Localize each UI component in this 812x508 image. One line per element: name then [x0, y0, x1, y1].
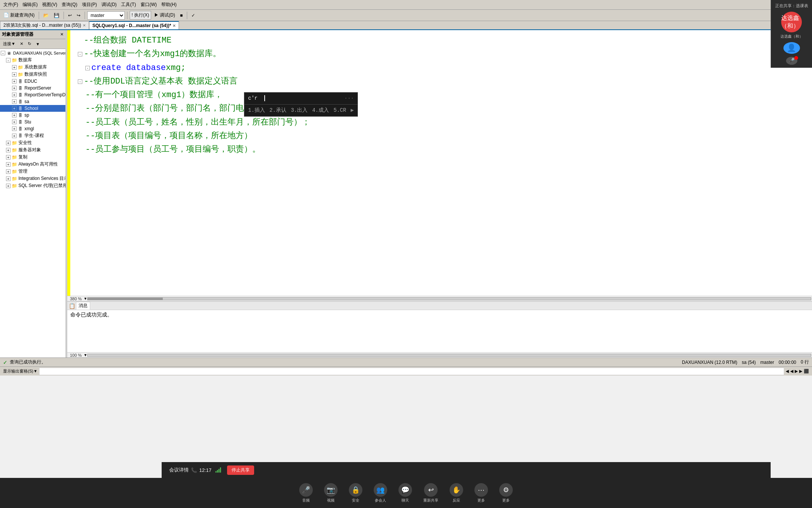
rp-avatar-container[interactable]: 达选鑫（和） 达选鑫（和）: [780, 12, 803, 39]
output-zoom-down[interactable]: ▼: [83, 353, 87, 357]
tree-reportservertempdb[interactable]: + 🗄 ReportServerTempDB: [0, 91, 65, 98]
autocomplete-popup[interactable]: c'r ··· 1.插入 2.承认 3.出入 4.成入 5.CR ▶: [244, 92, 358, 117]
debug-btn[interactable]: ▶ 调试(D): [152, 11, 177, 20]
tree-replication[interactable]: + 📁 复制: [0, 154, 65, 161]
expand-system-db[interactable]: +: [12, 65, 17, 70]
expand-sp[interactable]: +: [12, 113, 17, 117]
tree-reportserver[interactable]: + 🗄 ReportServer: [0, 85, 65, 91]
expand-replication[interactable]: +: [6, 155, 11, 160]
menu-window[interactable]: 窗口(W): [139, 0, 159, 9]
oe-disconnect[interactable]: ✕: [18, 40, 25, 48]
tree-sa[interactable]: + 🗄 sa: [0, 98, 65, 105]
expand-root[interactable]: -: [1, 51, 5, 55]
output-h-scrollbar[interactable]: 100 % ▼: [67, 352, 812, 357]
tab-2[interactable]: SQLQuery1.sql - D...master (sa (54))* ✕: [89, 21, 179, 29]
taskbar-reaction[interactable]: ✋ 反应: [450, 483, 463, 503]
collapse-btn-4[interactable]: -: [78, 79, 82, 84]
menu-project[interactable]: 项目(P): [80, 0, 99, 9]
taskbar-security[interactable]: 🔒 安全: [349, 483, 362, 503]
taskbar-video[interactable]: 📷 视频: [324, 483, 338, 503]
output-tab-messages[interactable]: 消息: [76, 302, 90, 310]
ac-item-2[interactable]: 2.承认: [270, 106, 286, 115]
output-nav5[interactable]: ⬛: [804, 369, 809, 374]
menu-debug[interactable]: 调试(D): [100, 0, 119, 9]
new-query-btn[interactable]: 📄 新建查询(N): [2, 11, 36, 20]
tree-school[interactable]: + 🗄 School: [0, 105, 65, 112]
collapse-btn-3[interactable]: -: [85, 66, 90, 70]
rp-mic[interactable]: 🎤: [786, 57, 797, 65]
output-scroll-track[interactable]: [87, 354, 811, 357]
output-nav1[interactable]: ◀: [786, 369, 789, 374]
ac-item-4[interactable]: 4.成入: [312, 106, 329, 115]
execute-btn[interactable]: ! 执行(X): [130, 11, 151, 20]
oe-connect[interactable]: 连接▼: [1, 40, 17, 48]
save-btn[interactable]: 💾: [52, 12, 61, 19]
tree-security[interactable]: + 📁 安全性: [0, 139, 65, 146]
expand-stu[interactable]: +: [12, 120, 17, 124]
database-dropdown[interactable]: master: [87, 11, 125, 20]
menu-edit[interactable]: 编辑(E): [21, 0, 39, 9]
editor-h-scrollbar[interactable]: 380 % ▼: [67, 296, 812, 301]
tab1-close[interactable]: ✕: [83, 23, 86, 27]
expand-school[interactable]: +: [12, 106, 17, 111]
taskbar-audio[interactable]: 🎤 音频: [299, 483, 313, 503]
menu-help[interactable]: 帮助(H): [159, 0, 179, 9]
expand-snapshots[interactable]: +: [12, 72, 17, 77]
output-nav3[interactable]: ▶: [795, 369, 798, 374]
tree-integration[interactable]: + 📁 Integration Services 目录: [0, 175, 65, 182]
tree-stu[interactable]: + 🗄 Stu: [0, 119, 65, 125]
undo-btn[interactable]: ↩: [66, 12, 74, 19]
menu-query[interactable]: 查询(Q): [60, 0, 79, 9]
tree-sp[interactable]: + 🗄 sp: [0, 112, 65, 119]
expand-xmgl[interactable]: +: [12, 126, 17, 131]
output-input[interactable]: [39, 368, 784, 375]
ac-item-1[interactable]: 1.插入: [248, 106, 265, 115]
scroll-track[interactable]: [87, 297, 811, 300]
redo-btn[interactable]: ↪: [75, 12, 82, 19]
zoom-down[interactable]: ▼: [83, 297, 87, 301]
open-btn[interactable]: 📂: [41, 12, 51, 19]
expand-management[interactable]: +: [6, 169, 11, 174]
tab2-close[interactable]: ✕: [173, 24, 176, 28]
output-nav4[interactable]: ▶: [799, 369, 802, 374]
stop-share-btn[interactable]: 停止共享: [227, 465, 254, 475]
output-show-hide[interactable]: 显示输出窗格(S)▼: [3, 368, 38, 374]
collapse-btn-2[interactable]: -: [78, 52, 82, 56]
expand-databases[interactable]: -: [6, 58, 11, 62]
tree-management[interactable]: + 📁 管理: [0, 168, 65, 175]
oe-filter[interactable]: ▼: [34, 40, 42, 48]
expand-alwayson[interactable]: +: [6, 162, 11, 167]
stop-btn[interactable]: ■: [178, 12, 185, 19]
tree-root[interactable]: - 🖥 DAXUANXUAN (SQL Server 12.0.2...: [0, 50, 65, 56]
expand-reportserver[interactable]: +: [12, 86, 17, 90]
oe-refresh[interactable]: ↻: [26, 40, 33, 48]
expand-security[interactable]: +: [6, 141, 11, 145]
menu-view[interactable]: 视图(V): [40, 0, 59, 9]
rp-blue-avatar[interactable]: 👤: [783, 42, 800, 54]
taskbar-more[interactable]: ⋯ 更多: [474, 483, 488, 503]
parse-btn[interactable]: ✓: [189, 12, 197, 19]
ac-arrow[interactable]: ▶: [351, 106, 354, 115]
expand-integration[interactable]: +: [6, 176, 11, 181]
tree-sql-agent[interactable]: + 📁 SQL Server 代理(已禁用代理 XP): [0, 182, 65, 189]
tree-snapshots[interactable]: + 📁 数据库快照: [0, 71, 65, 78]
taskbar-settings[interactable]: ⚙ 更多: [499, 483, 513, 503]
output-nav2[interactable]: ◀: [790, 369, 793, 374]
code-editor[interactable]: --组合数据 DATETIME - --快速创建一个名为xmg1的数据库。 - …: [67, 30, 812, 296]
tree-student-course[interactable]: + 🗄 学生-课程: [0, 132, 65, 139]
taskbar-reshare[interactable]: ↩ 重新共享: [423, 483, 438, 503]
rp-avatar[interactable]: 达选鑫（和）: [781, 12, 802, 32]
taskbar-chat[interactable]: 💬 聊天: [398, 483, 412, 503]
oe-close[interactable]: ✕: [60, 32, 64, 37]
taskbar-participants[interactable]: 👥 参会人: [374, 483, 387, 503]
expand-sa[interactable]: +: [12, 99, 17, 104]
ac-item-5[interactable]: 5.CR: [333, 106, 346, 115]
tree-alwayson[interactable]: + 📁 AlwaysOn 高可用性: [0, 161, 65, 168]
expand-educ[interactable]: +: [12, 79, 17, 84]
expand-student-course[interactable]: +: [12, 134, 17, 138]
menu-tools[interactable]: 工具(T): [119, 0, 138, 9]
menu-file[interactable]: 文件(F): [2, 0, 20, 9]
tree-educ[interactable]: + 🗄 EDUC: [0, 78, 65, 85]
tree-system-db[interactable]: + 📁 系统数据库: [0, 64, 65, 71]
tree-databases[interactable]: - 📁 数据库: [0, 56, 65, 64]
